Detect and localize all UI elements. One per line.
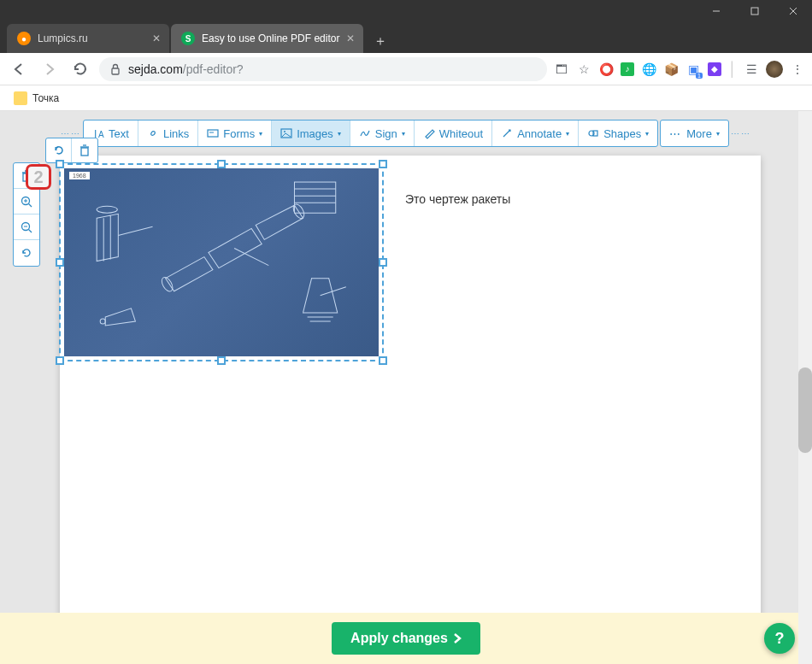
apply-changes-button[interactable]: Apply changes (332, 622, 480, 655)
ext-badge-icon[interactable]: ▣1 (685, 62, 701, 77)
resize-handle[interactable] (379, 356, 387, 365)
chevron-right-icon (453, 632, 462, 644)
window-minimize[interactable] (697, 0, 735, 22)
ext-opera-icon[interactable]: ⭕ (598, 62, 614, 77)
links-tool-button[interactable]: Links (138, 120, 198, 146)
svg-point-27 (160, 275, 175, 293)
folder-icon (14, 91, 27, 105)
grip-dots: ⋯⋯ (731, 129, 751, 138)
editor-toolbar: ⋯⋯ IAText Links Forms▾ Images▾ Sign▾ Whi… (0, 111, 812, 156)
window-close[interactable] (774, 0, 812, 22)
page-number-badge: 2 (26, 164, 51, 190)
rotate-button[interactable] (46, 138, 72, 162)
resize-handle[interactable] (379, 258, 387, 267)
resize-handle[interactable] (56, 356, 64, 365)
toolbar-group: ⋯More▾ (660, 120, 729, 147)
ext-music-icon[interactable]: ♪ (621, 62, 634, 76)
resize-handle[interactable] (217, 356, 226, 365)
separator: │ (728, 62, 737, 77)
lock-icon (109, 63, 121, 75)
svg-point-29 (100, 319, 105, 324)
page-text[interactable]: Это чертеж ракеты (405, 192, 510, 206)
browser-tab[interactable]: S Easy to use Online PDF editor ✕ (171, 24, 363, 53)
delete-image-button[interactable] (72, 138, 97, 162)
resize-handle[interactable] (56, 160, 64, 168)
svg-rect-1 (751, 8, 758, 15)
resize-handle[interactable] (56, 258, 64, 267)
svg-point-26 (97, 206, 117, 213)
reading-list-icon[interactable]: ☰ (744, 62, 759, 77)
forms-tool-button[interactable]: Forms▾ (198, 120, 272, 146)
more-tool-button[interactable]: ⋯More▾ (661, 120, 728, 146)
bookmark-item[interactable]: Точка (9, 88, 64, 109)
close-icon[interactable]: ✕ (346, 32, 355, 44)
sign-tool-button[interactable]: Sign▾ (350, 120, 415, 146)
shapes-tool-button[interactable]: Shapes▾ (579, 120, 657, 146)
image-floating-toolbar (45, 138, 98, 163)
nav-reload-button[interactable] (68, 57, 92, 81)
svg-rect-7 (208, 130, 218, 137)
nav-back-button[interactable] (7, 57, 31, 81)
bookmark-label: Точка (32, 92, 59, 104)
ext-purple-icon[interactable]: ◆ (708, 62, 721, 76)
blueprint-image: 1968 (64, 168, 379, 356)
ext-cube-icon[interactable]: 📦 (663, 62, 679, 77)
window-titlebar (0, 0, 812, 22)
browser-tab[interactable]: ● Lumpics.ru ✕ (7, 24, 169, 53)
help-button[interactable]: ? (764, 623, 795, 654)
translate-icon[interactable]: 🗔 (554, 62, 569, 77)
canvas-area: 2 1968 (0, 156, 812, 630)
svg-line-34 (118, 226, 152, 235)
browser-addressbar: sejda.com/pdf-editor? 🗔 ☆ ⭕ ♪ 🌐 📦 ▣1 ◆ │… (0, 53, 812, 85)
nav-forward-button[interactable] (38, 57, 62, 81)
url-text: sejda.com/pdf-editor? (128, 62, 244, 76)
ext-chrome-icon[interactable]: 🌐 (641, 62, 656, 77)
toolbar-group: IAText Links Forms▾ Images▾ Sign▾ Whiteo… (83, 120, 658, 147)
avatar[interactable] (766, 61, 783, 78)
page-scrollbar[interactable] (798, 111, 812, 664)
whiteout-tool-button[interactable]: Whiteout (415, 120, 492, 146)
grip-dots: ⋯⋯ (61, 129, 81, 138)
app-content: ⋯⋯ IAText Links Forms▾ Images▾ Sign▾ Whi… (0, 111, 812, 664)
selected-image[interactable]: 1968 (64, 168, 379, 356)
scrollbar-thumb[interactable] (798, 367, 812, 453)
pdf-page[interactable]: 2 1968 (60, 156, 761, 630)
svg-point-10 (284, 131, 285, 132)
svg-rect-30 (294, 182, 335, 213)
tab-title: Easy to use Online PDF editor (202, 32, 339, 44)
svg-rect-4 (112, 68, 119, 74)
url-field[interactable]: sejda.com/pdf-editor? (99, 57, 547, 81)
menu-icon[interactable]: ⋮ (790, 62, 805, 77)
svg-text:A: A (98, 130, 104, 139)
new-tab-button[interactable]: ＋ (368, 29, 392, 53)
favicon: S (181, 32, 195, 45)
annotate-tool-button[interactable]: Annotate▾ (492, 120, 579, 146)
close-icon[interactable]: ✕ (152, 32, 161, 44)
svg-rect-23 (81, 148, 88, 156)
tab-title: Lumpics.ru (38, 32, 88, 44)
bookmark-bar: Точка (0, 85, 812, 111)
resize-handle[interactable] (217, 160, 226, 168)
browser-tabstrip: ● Lumpics.ru ✕ S Easy to use Online PDF … (0, 22, 812, 53)
bottom-action-bar: Apply changes ? (0, 613, 812, 664)
extension-icons: 🗔 ☆ ⭕ ♪ 🌐 📦 ▣1 ◆ │ ☰ ⋮ (554, 61, 805, 78)
resize-handle[interactable] (379, 160, 387, 168)
star-icon[interactable]: ☆ (576, 62, 591, 77)
favicon: ● (17, 32, 31, 45)
images-tool-button[interactable]: Images▾ (272, 120, 350, 146)
window-maximize[interactable] (735, 0, 774, 22)
